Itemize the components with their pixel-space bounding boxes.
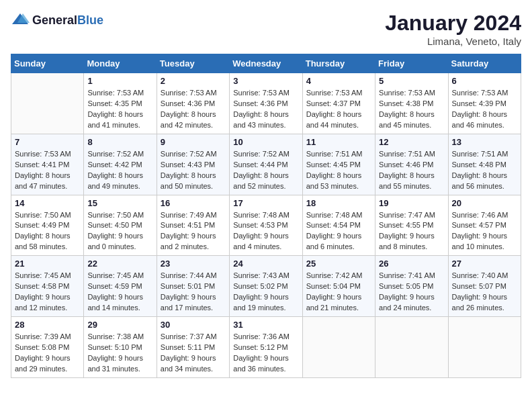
day-info: Sunrise: 7:45 AMSunset: 4:58 PMDaylight:… xyxy=(15,271,80,314)
day-number: 29 xyxy=(87,320,152,330)
day-number: 31 xyxy=(233,320,298,330)
day-info: Sunrise: 7:52 AMSunset: 4:43 PMDaylight:… xyxy=(161,149,226,192)
day-info: Sunrise: 7:47 AMSunset: 4:55 PMDaylight:… xyxy=(379,210,444,253)
day-cell: 14Sunrise: 7:50 AMSunset: 4:49 PMDayligh… xyxy=(11,195,84,256)
day-info: Sunrise: 7:42 AMSunset: 5:04 PMDaylight:… xyxy=(306,271,371,314)
day-info: Sunrise: 7:46 AMSunset: 4:57 PMDaylight:… xyxy=(452,210,517,253)
day-number: 9 xyxy=(161,137,226,147)
day-cell: 24Sunrise: 7:43 AMSunset: 5:02 PMDayligh… xyxy=(230,256,302,317)
day-cell: 28Sunrise: 7:39 AMSunset: 5:08 PMDayligh… xyxy=(11,317,84,378)
day-cell xyxy=(375,317,448,378)
day-cell: 11Sunrise: 7:51 AMSunset: 4:45 PMDayligh… xyxy=(302,134,375,195)
day-info: Sunrise: 7:49 AMSunset: 4:51 PMDaylight:… xyxy=(161,210,226,253)
day-cell: 13Sunrise: 7:51 AMSunset: 4:48 PMDayligh… xyxy=(448,134,521,195)
week-row-2: 7Sunrise: 7:53 AMSunset: 4:41 PMDaylight… xyxy=(11,134,521,195)
logo: GeneralBlue xyxy=(11,11,103,30)
title-block: January 2024 Limana, Veneto, Italy xyxy=(385,11,521,47)
day-cell: 7Sunrise: 7:53 AMSunset: 4:41 PMDaylight… xyxy=(11,134,84,195)
day-number: 24 xyxy=(233,259,298,269)
day-cell: 23Sunrise: 7:44 AMSunset: 5:01 PMDayligh… xyxy=(157,256,229,317)
day-cell: 25Sunrise: 7:42 AMSunset: 5:04 PMDayligh… xyxy=(302,256,375,317)
day-info: Sunrise: 7:51 AMSunset: 4:48 PMDaylight:… xyxy=(452,149,517,192)
day-cell: 27Sunrise: 7:40 AMSunset: 5:07 PMDayligh… xyxy=(448,256,521,317)
day-number: 1 xyxy=(87,76,152,86)
day-cell: 4Sunrise: 7:53 AMSunset: 4:37 PMDaylight… xyxy=(302,73,375,134)
day-cell: 26Sunrise: 7:41 AMSunset: 5:05 PMDayligh… xyxy=(375,256,448,317)
day-number: 26 xyxy=(379,259,444,269)
page-header: GeneralBlue January 2024 Limana, Veneto,… xyxy=(11,11,521,47)
day-number: 21 xyxy=(15,259,80,269)
day-number: 18 xyxy=(306,198,371,208)
header-monday: Monday xyxy=(84,54,157,73)
day-cell: 22Sunrise: 7:45 AMSunset: 4:59 PMDayligh… xyxy=(84,256,157,317)
day-cell: 1Sunrise: 7:53 AMSunset: 4:35 PMDaylight… xyxy=(84,73,157,134)
day-cell xyxy=(448,317,521,378)
week-row-1: 1Sunrise: 7:53 AMSunset: 4:35 PMDaylight… xyxy=(11,73,521,134)
location-subtitle: Limana, Veneto, Italy xyxy=(385,36,521,47)
day-cell: 10Sunrise: 7:52 AMSunset: 4:44 PMDayligh… xyxy=(230,134,302,195)
header-saturday: Saturday xyxy=(448,54,521,73)
day-info: Sunrise: 7:53 AMSunset: 4:36 PMDaylight:… xyxy=(233,88,298,131)
day-number: 25 xyxy=(306,259,371,269)
day-number: 30 xyxy=(161,320,226,330)
header-friday: Friday xyxy=(375,54,448,73)
day-number: 20 xyxy=(452,198,517,208)
header-row: SundayMondayTuesdayWednesdayThursdayFrid… xyxy=(11,54,521,73)
week-row-4: 21Sunrise: 7:45 AMSunset: 4:58 PMDayligh… xyxy=(11,256,521,317)
day-info: Sunrise: 7:52 AMSunset: 4:44 PMDaylight:… xyxy=(233,149,298,192)
day-cell: 17Sunrise: 7:48 AMSunset: 4:53 PMDayligh… xyxy=(230,195,302,256)
day-info: Sunrise: 7:53 AMSunset: 4:35 PMDaylight:… xyxy=(87,88,152,131)
header-tuesday: Tuesday xyxy=(157,54,229,73)
day-cell xyxy=(11,73,84,134)
day-number: 17 xyxy=(233,198,298,208)
day-number: 28 xyxy=(15,320,80,330)
day-number: 27 xyxy=(452,259,517,269)
day-info: Sunrise: 7:53 AMSunset: 4:38 PMDaylight:… xyxy=(379,88,444,131)
day-info: Sunrise: 7:37 AMSunset: 5:11 PMDaylight:… xyxy=(161,332,226,375)
day-number: 14 xyxy=(15,198,80,208)
day-info: Sunrise: 7:36 AMSunset: 5:12 PMDaylight:… xyxy=(233,332,298,375)
day-number: 7 xyxy=(15,137,80,147)
day-number: 13 xyxy=(452,137,517,147)
day-info: Sunrise: 7:53 AMSunset: 4:36 PMDaylight:… xyxy=(161,88,226,131)
day-cell: 16Sunrise: 7:49 AMSunset: 4:51 PMDayligh… xyxy=(157,195,229,256)
day-cell: 9Sunrise: 7:52 AMSunset: 4:43 PMDaylight… xyxy=(157,134,229,195)
day-info: Sunrise: 7:53 AMSunset: 4:39 PMDaylight:… xyxy=(452,88,517,131)
day-info: Sunrise: 7:45 AMSunset: 4:59 PMDaylight:… xyxy=(87,271,152,314)
day-number: 22 xyxy=(87,259,152,269)
day-cell: 2Sunrise: 7:53 AMSunset: 4:36 PMDaylight… xyxy=(157,73,229,134)
day-number: 6 xyxy=(452,76,517,86)
day-number: 3 xyxy=(233,76,298,86)
day-number: 15 xyxy=(87,198,152,208)
day-info: Sunrise: 7:44 AMSunset: 5:01 PMDaylight:… xyxy=(161,271,226,314)
day-info: Sunrise: 7:51 AMSunset: 4:46 PMDaylight:… xyxy=(379,149,444,192)
day-number: 8 xyxy=(87,137,152,147)
header-thursday: Thursday xyxy=(302,54,375,73)
logo-general: General xyxy=(32,13,77,27)
day-cell: 3Sunrise: 7:53 AMSunset: 4:36 PMDaylight… xyxy=(230,73,302,134)
day-number: 10 xyxy=(233,137,298,147)
day-cell xyxy=(302,317,375,378)
day-info: Sunrise: 7:51 AMSunset: 4:45 PMDaylight:… xyxy=(306,149,371,192)
day-number: 4 xyxy=(306,76,371,86)
header-wednesday: Wednesday xyxy=(230,54,302,73)
day-number: 11 xyxy=(306,137,371,147)
day-cell: 6Sunrise: 7:53 AMSunset: 4:39 PMDaylight… xyxy=(448,73,521,134)
day-info: Sunrise: 7:40 AMSunset: 5:07 PMDaylight:… xyxy=(452,271,517,314)
month-year-title: January 2024 xyxy=(385,11,521,36)
day-number: 19 xyxy=(379,198,444,208)
day-cell: 5Sunrise: 7:53 AMSunset: 4:38 PMDaylight… xyxy=(375,73,448,134)
week-row-5: 28Sunrise: 7:39 AMSunset: 5:08 PMDayligh… xyxy=(11,317,521,378)
day-cell: 21Sunrise: 7:45 AMSunset: 4:58 PMDayligh… xyxy=(11,256,84,317)
day-info: Sunrise: 7:48 AMSunset: 4:54 PMDaylight:… xyxy=(306,210,371,253)
day-info: Sunrise: 7:43 AMSunset: 5:02 PMDaylight:… xyxy=(233,271,298,314)
day-number: 12 xyxy=(379,137,444,147)
logo-icon xyxy=(11,11,30,30)
day-cell: 29Sunrise: 7:38 AMSunset: 5:10 PMDayligh… xyxy=(84,317,157,378)
calendar-table: SundayMondayTuesdayWednesdayThursdayFrid… xyxy=(11,54,521,378)
day-info: Sunrise: 7:39 AMSunset: 5:08 PMDaylight:… xyxy=(15,332,80,375)
day-cell: 19Sunrise: 7:47 AMSunset: 4:55 PMDayligh… xyxy=(375,195,448,256)
day-number: 2 xyxy=(161,76,226,86)
day-cell: 8Sunrise: 7:52 AMSunset: 4:42 PMDaylight… xyxy=(84,134,157,195)
week-row-3: 14Sunrise: 7:50 AMSunset: 4:49 PMDayligh… xyxy=(11,195,521,256)
